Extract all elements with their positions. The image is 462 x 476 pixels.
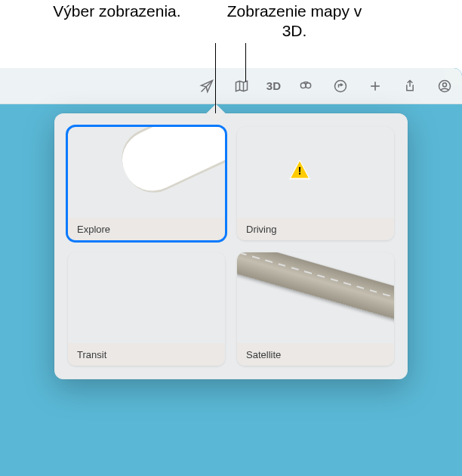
location-off-icon[interactable]	[197, 76, 217, 96]
svg-point-3	[300, 82, 306, 88]
look-around-icon[interactable]	[296, 76, 316, 96]
map-mode-icon[interactable]	[232, 76, 251, 96]
view-grid: Explore Driving	[68, 127, 394, 366]
view-label: Explore	[68, 218, 225, 240]
map-view-popover: Explore Driving	[54, 113, 408, 379]
directions-icon[interactable]	[331, 76, 350, 96]
maps-window: 3D	[0, 68, 462, 476]
callout-choose-view: Výber zobrazenia.	[49, 2, 185, 21]
view-label: Transit	[68, 343, 225, 366]
view-option-satellite[interactable]: Satellite	[237, 252, 394, 366]
view-option-transit[interactable]: Transit	[68, 252, 225, 366]
view-option-driving[interactable]: Driving	[237, 127, 394, 240]
view-option-explore[interactable]: Explore	[68, 127, 225, 240]
account-icon[interactable]	[435, 76, 454, 96]
callout-3d-map: Zobrazenie mapy v 3D.	[226, 2, 362, 41]
add-icon[interactable]	[365, 76, 385, 96]
svg-point-4	[306, 82, 311, 88]
view-label: Driving	[237, 218, 394, 240]
share-icon[interactable]	[400, 76, 420, 96]
view-label: Satellite	[237, 343, 394, 366]
3d-toggle-button[interactable]: 3D	[266, 76, 281, 96]
annotation-callouts: Výber zobrazenia. Zobrazenie mapy v 3D.	[0, 0, 462, 68]
svg-point-9	[443, 82, 447, 86]
traffic-warning-icon	[290, 160, 310, 180]
toolbar: 3D	[0, 68, 462, 104]
